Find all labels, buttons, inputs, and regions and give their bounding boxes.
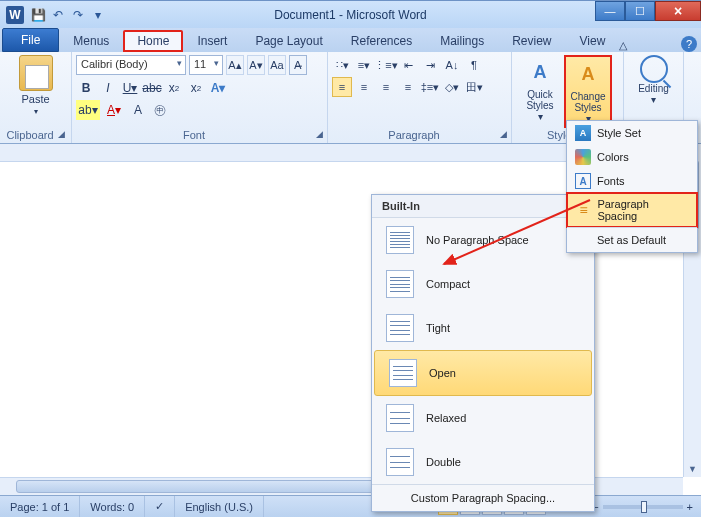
zoom-slider[interactable] bbox=[603, 505, 683, 509]
tab-view[interactable]: View bbox=[566, 30, 620, 52]
ribbon-collapse-icon[interactable]: △ bbox=[619, 39, 635, 52]
decrease-indent-button[interactable]: ⇤ bbox=[398, 55, 418, 75]
bold-button[interactable]: B bbox=[76, 78, 96, 98]
titlebar: W 💾 ↶ ↷ ▾ Document1 - Microsoft Word — ☐… bbox=[0, 0, 701, 28]
quick-styles-button[interactable]: A Quick Styles▾ bbox=[516, 55, 564, 128]
help-icon[interactable]: ? bbox=[681, 36, 697, 52]
change-case-button[interactable]: Aa bbox=[268, 55, 286, 75]
bullets-button[interactable]: ∷▾ bbox=[332, 55, 352, 75]
increase-indent-button[interactable]: ⇥ bbox=[420, 55, 440, 75]
spacing-preview-icon bbox=[389, 359, 417, 387]
shrink-font-button[interactable]: A▾ bbox=[247, 55, 265, 75]
strikethrough-button[interactable]: abc bbox=[142, 78, 162, 98]
paste-icon bbox=[19, 55, 53, 91]
clear-formatting-button[interactable]: A̶ bbox=[289, 55, 307, 75]
menu-label: Set as Default bbox=[597, 234, 666, 246]
tab-mailings[interactable]: Mailings bbox=[426, 30, 498, 52]
status-proofing[interactable]: ✓ bbox=[145, 496, 175, 517]
qat-redo-icon[interactable]: ↷ bbox=[70, 7, 86, 23]
tab-menus[interactable]: Menus bbox=[59, 30, 123, 52]
tab-home[interactable]: Home bbox=[123, 30, 183, 52]
tab-page-layout[interactable]: Page Layout bbox=[241, 30, 336, 52]
spacing-option-relaxed[interactable]: Relaxed bbox=[372, 396, 594, 440]
menu-label: Style Set bbox=[597, 127, 641, 139]
spacing-option-double[interactable]: Double bbox=[372, 440, 594, 484]
paste-button[interactable]: Paste ▾ bbox=[14, 55, 58, 116]
tab-insert[interactable]: Insert bbox=[183, 30, 241, 52]
text-effects-button[interactable]: A▾ bbox=[208, 78, 228, 98]
underline-button[interactable]: U▾ bbox=[120, 78, 140, 98]
spacing-option-label: Relaxed bbox=[426, 412, 466, 424]
quick-styles-label: Quick Styles bbox=[516, 89, 564, 111]
sort-button[interactable]: A↓ bbox=[442, 55, 462, 75]
change-styles-button[interactable]: A Change Styles▾ bbox=[564, 55, 612, 128]
numbering-button[interactable]: ≡▾ bbox=[354, 55, 374, 75]
custom-paragraph-spacing[interactable]: Custom Paragraph Spacing... bbox=[372, 484, 594, 511]
tab-file[interactable]: File bbox=[2, 28, 59, 52]
change-styles-icon: A bbox=[572, 59, 604, 91]
change-styles-menu: AStyle Set Colors AFonts ≡Paragraph Spac… bbox=[566, 120, 698, 253]
spacing-preview-icon bbox=[386, 404, 414, 432]
menu-paragraph-spacing[interactable]: ≡Paragraph Spacing bbox=[566, 192, 698, 228]
status-page[interactable]: Page: 1 of 1 bbox=[0, 496, 80, 517]
qat-customize-icon[interactable]: ▾ bbox=[90, 7, 106, 23]
line-spacing-button[interactable]: ‡≡▾ bbox=[420, 77, 440, 97]
italic-button[interactable]: I bbox=[98, 78, 118, 98]
editing-button[interactable]: Editing▾ bbox=[630, 55, 678, 105]
group-label-font: Font◢ bbox=[76, 128, 323, 143]
submenu-header: Built-In bbox=[372, 195, 594, 218]
dialog-launcher-icon[interactable]: ◢ bbox=[58, 129, 65, 139]
qat-save-icon[interactable]: 💾 bbox=[30, 7, 46, 23]
grow-font-button[interactable]: A▴ bbox=[226, 55, 244, 75]
superscript-button[interactable]: x2 bbox=[186, 78, 206, 98]
spacing-option-open[interactable]: Open bbox=[374, 350, 592, 396]
align-center-button[interactable]: ≡ bbox=[354, 77, 374, 97]
character-shading-button[interactable]: A bbox=[128, 100, 148, 120]
tab-references[interactable]: References bbox=[337, 30, 426, 52]
show-marks-button[interactable]: ¶ bbox=[464, 55, 484, 75]
change-styles-label: Change Styles bbox=[566, 91, 610, 113]
menu-fonts[interactable]: AFonts bbox=[567, 169, 697, 193]
status-language[interactable]: English (U.S.) bbox=[175, 496, 264, 517]
scroll-down-icon[interactable]: ▼ bbox=[684, 461, 701, 477]
spacing-option-tight[interactable]: Tight bbox=[372, 306, 594, 350]
paragraph-spacing-submenu: Built-In No Paragraph SpaceCompactTightO… bbox=[371, 194, 595, 512]
ribbon-tabs: File Menus Home Insert Page Layout Refer… bbox=[0, 28, 701, 52]
spacing-option-no-paragraph-space[interactable]: No Paragraph Space bbox=[372, 218, 594, 262]
spacing-preview-icon bbox=[386, 314, 414, 342]
tab-review[interactable]: Review bbox=[498, 30, 565, 52]
subscript-button[interactable]: x2 bbox=[164, 78, 184, 98]
font-name-combo[interactable]: Calibri (Body) bbox=[76, 55, 186, 75]
qat-undo-icon[interactable]: ↶ bbox=[50, 7, 66, 23]
font-size-combo[interactable]: 11 bbox=[189, 55, 223, 75]
group-label-paragraph: Paragraph◢ bbox=[332, 128, 507, 143]
align-left-button[interactable]: ≡ bbox=[332, 77, 352, 97]
zoom-slider-knob[interactable] bbox=[641, 501, 647, 513]
font-color-button[interactable]: A▾ bbox=[102, 100, 126, 120]
window-maximize-button[interactable]: ☐ bbox=[625, 1, 655, 21]
window-minimize-button[interactable]: — bbox=[595, 1, 625, 21]
window-close-button[interactable]: × bbox=[655, 1, 701, 21]
enclose-characters-button[interactable]: ㊥ bbox=[150, 100, 170, 120]
dialog-launcher-icon[interactable]: ◢ bbox=[500, 129, 507, 139]
shading-button[interactable]: ◇▾ bbox=[442, 77, 462, 97]
zoom-in-button[interactable]: + bbox=[687, 501, 693, 513]
group-paragraph: ∷▾ ≡▾ ⋮≡▾ ⇤ ⇥ A↓ ¶ ≡ ≡ ≡ ≡ ‡≡▾ ◇▾ 田▾ Par… bbox=[328, 52, 512, 143]
spacing-option-compact[interactable]: Compact bbox=[372, 262, 594, 306]
spacing-option-label: No Paragraph Space bbox=[426, 234, 529, 246]
borders-button[interactable]: 田▾ bbox=[464, 77, 484, 97]
highlight-button[interactable]: ab▾ bbox=[76, 100, 100, 120]
align-right-button[interactable]: ≡ bbox=[376, 77, 396, 97]
status-words[interactable]: Words: 0 bbox=[80, 496, 145, 517]
dialog-launcher-icon[interactable]: ◢ bbox=[316, 129, 323, 139]
spacing-preview-icon bbox=[386, 226, 414, 254]
menu-style-set[interactable]: AStyle Set bbox=[567, 121, 697, 145]
status-bar: Page: 1 of 1 Words: 0 ✓ English (U.S.) 1… bbox=[0, 495, 701, 517]
menu-set-as-default[interactable]: Set as Default bbox=[567, 227, 697, 252]
menu-colors[interactable]: Colors bbox=[567, 145, 697, 169]
menu-label: Colors bbox=[597, 151, 629, 163]
blank-icon bbox=[575, 232, 591, 248]
justify-button[interactable]: ≡ bbox=[398, 77, 418, 97]
multilevel-list-button[interactable]: ⋮≡▾ bbox=[376, 55, 396, 75]
group-clipboard: Paste ▾ Clipboard◢ bbox=[0, 52, 72, 143]
